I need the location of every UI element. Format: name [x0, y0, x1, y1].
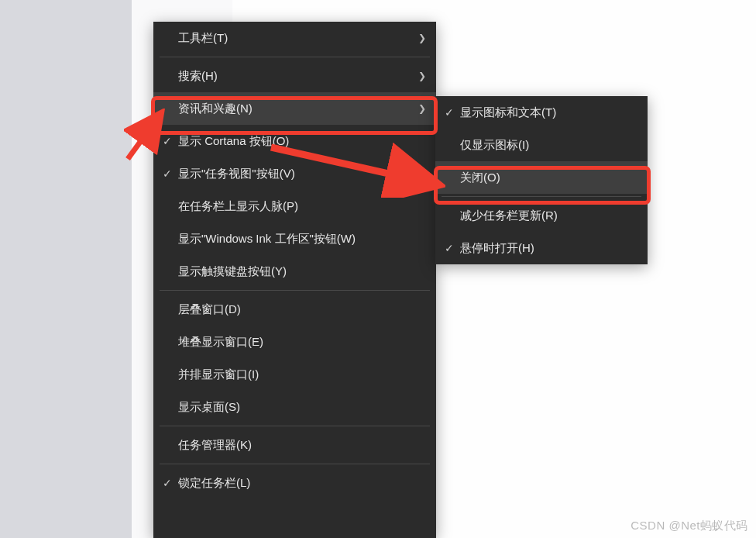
checkmark-icon: ✓: [160, 125, 175, 157]
chevron-right-icon: ❯: [416, 22, 428, 54]
menu-item-search[interactable]: 搜索(H) ❯: [153, 60, 436, 92]
menu-item-lock-taskbar[interactable]: ✓ 锁定任务栏(L): [153, 467, 436, 499]
menu-item-show-cortana-button[interactable]: ✓ 显示 Cortana 按钮(O): [153, 125, 436, 157]
chevron-right-icon: ❯: [416, 92, 428, 125]
label: 显示"Windows Ink 工作区"按钮(W): [178, 232, 356, 245]
menu-item-news-and-interests[interactable]: 资讯和兴趣(N) ❯: [153, 92, 436, 125]
submenu-item-open-on-hover[interactable]: ✓ 悬停时打开(H): [435, 232, 648, 264]
label: 显示图标和文本(T): [460, 105, 556, 119]
label: 在任务栏上显示人脉(P): [178, 199, 298, 212]
menu-item-show-task-view-button[interactable]: ✓ 显示"任务视图"按钮(V): [153, 157, 436, 190]
checkmark-icon: ✓: [442, 232, 457, 264]
label: 关闭(O): [460, 171, 500, 184]
checkmark-icon: ✓: [442, 96, 457, 129]
menu-item-side-by-side-windows[interactable]: 并排显示窗口(I): [153, 358, 436, 391]
label: 堆叠显示窗口(E): [178, 335, 263, 348]
menu-item-stack-windows[interactable]: 堆叠显示窗口(E): [153, 326, 436, 358]
label: 减少任务栏更新(R): [460, 209, 558, 222]
label: 工具栏(T): [178, 31, 228, 44]
menu-item-show-touch-keyboard-button[interactable]: 显示触摸键盘按钮(Y): [153, 255, 436, 288]
label: 层叠窗口(D): [178, 302, 241, 316]
label: 显示"任务视图"按钮(V): [178, 167, 295, 180]
checkmark-icon: ✓: [160, 467, 175, 499]
menu-item-show-desktop[interactable]: 显示桌面(S): [153, 391, 436, 423]
label: 资讯和兴趣(N): [178, 102, 253, 115]
menu-item-toolbars[interactable]: 工具栏(T) ❯: [153, 22, 436, 54]
chevron-right-icon: ❯: [416, 60, 428, 92]
submenu-item-reduce-taskbar-updates[interactable]: 减少任务栏更新(R): [435, 199, 648, 232]
label: 显示 Cortana 按钮(O): [178, 134, 289, 147]
label: 悬停时打开(H): [460, 241, 534, 254]
taskbar-context-menu: 工具栏(T) ❯ 搜索(H) ❯ 资讯和兴趣(N) ❯ ✓ 显示 Cortana…: [153, 22, 436, 538]
label: 显示桌面(S): [178, 400, 240, 413]
separator: [160, 290, 430, 291]
label: 搜索(H): [178, 69, 218, 82]
submenu-item-show-icon-and-text[interactable]: ✓ 显示图标和文本(T): [435, 96, 648, 129]
submenu-item-turn-off[interactable]: 关闭(O): [435, 161, 648, 194]
screenshot-canvas: 工具栏(T) ❯ 搜索(H) ❯ 资讯和兴趣(N) ❯ ✓ 显示 Cortana…: [0, 0, 756, 538]
menu-item-task-manager[interactable]: 任务管理器(K): [153, 429, 436, 461]
label: 显示触摸键盘按钮(Y): [178, 264, 287, 278]
separator: [160, 57, 430, 57]
label: 仅显示图标(I): [460, 138, 529, 151]
separator: [160, 464, 430, 464]
label: 并排显示窗口(I): [178, 367, 259, 381]
menu-item-cascade-windows[interactable]: 层叠窗口(D): [153, 293, 436, 326]
watermark: CSDN @Net蚂蚁代码: [631, 519, 748, 533]
separator: [160, 426, 430, 426]
separator: [442, 196, 641, 197]
label: 锁定任务栏(L): [178, 476, 250, 489]
submenu-item-show-icon-only[interactable]: 仅显示图标(I): [435, 129, 648, 161]
checkmark-icon: ✓: [160, 157, 175, 190]
background-left: [0, 0, 132, 538]
menu-item-show-windows-ink-workspace-button[interactable]: 显示"Windows Ink 工作区"按钮(W): [153, 222, 436, 255]
menu-item-show-people-on-taskbar[interactable]: 在任务栏上显示人脉(P): [153, 190, 436, 222]
label: 任务管理器(K): [178, 438, 252, 451]
news-and-interests-submenu: ✓ 显示图标和文本(T) 仅显示图标(I) 关闭(O) 减少任务栏更新(R) ✓…: [435, 96, 648, 264]
